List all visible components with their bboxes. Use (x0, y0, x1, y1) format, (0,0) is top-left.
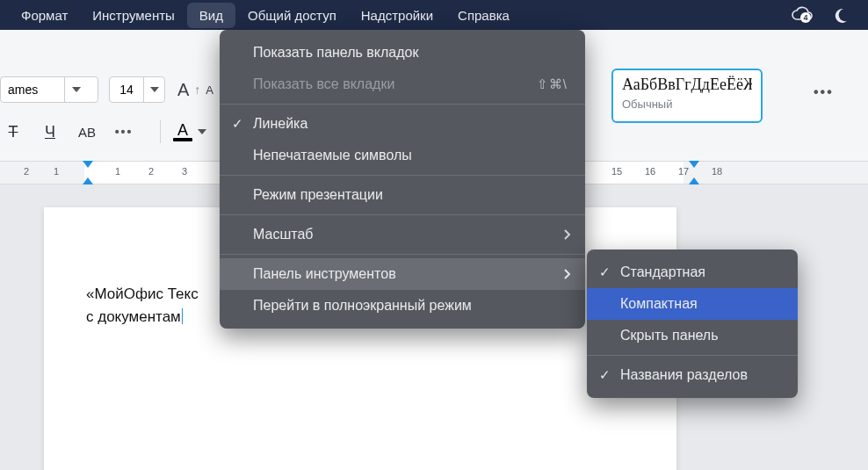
doc-text-line: «МойОфис Текс (86, 286, 199, 302)
menu-separator (220, 214, 585, 215)
menu-zoom[interactable]: Масштаб (220, 219, 585, 250)
menu-toolbar[interactable]: Панель инструментов (220, 258, 585, 290)
font-name-dropdown[interactable] (64, 77, 87, 102)
cloud-sync-icon[interactable]: 4 (791, 4, 814, 26)
menu-help[interactable]: Справка (445, 3, 522, 28)
submenu-standard[interactable]: ✓ Стандартная (587, 257, 798, 288)
ruler-number: 3 (182, 166, 187, 177)
check-icon: ✓ (599, 367, 611, 383)
ruler-number: 2 (24, 166, 29, 177)
menu-format[interactable]: Формат (9, 3, 80, 28)
menu-view[interactable]: Вид (187, 3, 235, 28)
chevron-right-icon (564, 269, 571, 279)
menu-share[interactable]: Общий доступ (235, 3, 349, 28)
menu-accelerator: ⇧⌘\ (537, 76, 568, 92)
menu-separator (220, 175, 585, 176)
menu-presentation-mode[interactable]: Режим презентации (220, 179, 585, 211)
font-size-dropdown[interactable] (143, 77, 164, 102)
menubar: Формат Инструменты Вид Общий доступ Надс… (0, 0, 868, 30)
ruler-number: 15 (611, 166, 622, 177)
svg-text:4: 4 (803, 13, 807, 22)
style-sample: АаБбВвГгДдЕеЁёЖж (622, 76, 752, 94)
font-name-combo[interactable] (0, 76, 98, 103)
decrease-font-icon[interactable]: A (206, 83, 213, 97)
toolbar-divider (160, 120, 161, 143)
ruler-number: 2 (148, 166, 154, 177)
menu-separator (220, 104, 585, 105)
style-name: Обычный (622, 98, 752, 111)
ruler-number: 17 (678, 166, 689, 177)
strikethrough-button[interactable]: T (0, 119, 26, 144)
menu-nonprinting[interactable]: Непечатаемые символы (220, 140, 585, 171)
dark-mode-icon[interactable] (829, 4, 852, 26)
ruler-number: 18 (712, 166, 722, 177)
caps-button[interactable]: AB (74, 119, 100, 144)
menu-fullscreen[interactable]: Перейти в полноэкранный режим (220, 290, 585, 322)
submenu-section-titles[interactable]: ✓ Названия разделов (587, 359, 798, 391)
style-more-button[interactable]: ••• (814, 84, 834, 100)
doc-text-line: с документам (86, 308, 181, 325)
font-size-combo[interactable]: 14 (109, 76, 165, 103)
ruler-right-indent-top[interactable] (689, 161, 699, 168)
menu-ruler[interactable]: ✓ Линейка (220, 108, 585, 140)
menu-addons[interactable]: Надстройки (349, 3, 445, 28)
toolbar-submenu-panel: ✓ Стандартная Компактная Скрыть панель ✓… (587, 249, 798, 398)
ruler-number: 1 (115, 166, 120, 177)
menu-show-all-tabs: Показать все вкладки ⇧⌘\ (220, 69, 585, 100)
text-cursor (182, 308, 183, 324)
submenu-hide-toolbar[interactable]: Скрыть панель (587, 320, 798, 351)
check-icon: ✓ (232, 116, 243, 132)
more-formatting-button[interactable]: ••• (111, 119, 137, 144)
menu-separator (220, 254, 585, 255)
chevron-right-icon (564, 229, 571, 240)
view-menu-panel: Показать панель вкладок Показать все вкл… (220, 30, 585, 329)
menu-separator (587, 355, 798, 356)
ruler-number: 1 (54, 166, 59, 177)
menu-show-tab-panel[interactable]: Показать панель вкладок (220, 37, 585, 69)
font-color-button[interactable]: A (173, 123, 192, 141)
increase-font-icon[interactable]: A (177, 80, 189, 100)
font-color-dropdown[interactable] (198, 129, 206, 134)
font-size-value: 14 (110, 83, 143, 97)
ruler-right-indent[interactable] (689, 177, 699, 184)
submenu-compact[interactable]: Компактная (587, 288, 798, 320)
check-icon: ✓ (599, 264, 611, 280)
menu-tools[interactable]: Инструменты (80, 3, 187, 28)
underline-button[interactable]: Ч (37, 119, 63, 144)
ruler-number: 16 (645, 166, 655, 177)
ruler-left-indent[interactable] (83, 177, 93, 184)
font-color-bar (173, 138, 192, 141)
font-name-input[interactable] (1, 83, 64, 97)
style-gallery-item[interactable]: АаБбВвГгДдЕеЁёЖж Обычный (611, 69, 763, 123)
font-color-glyph: A (177, 123, 188, 137)
ruler-first-line-indent[interactable] (83, 161, 93, 168)
